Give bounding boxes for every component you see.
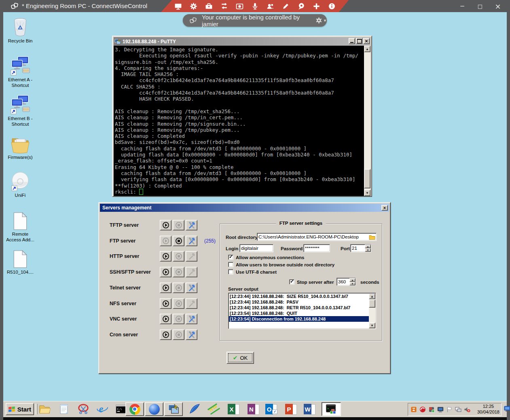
start-server-button[interactable] [160, 220, 171, 230]
list-scrollbar[interactable]: ▲ ▼ [369, 293, 375, 328]
display-tray-icon[interactable] [437, 406, 444, 413]
show-desktop-icon[interactable] [504, 405, 510, 412]
laser-pointer-balloon-icon[interactable] [297, 1, 305, 11]
desktop-icon-ethernet-b[interactable]: Ethernet B - Shortcut [3, 94, 37, 127]
spinner-down-icon[interactable]: ▼ [349, 282, 356, 285]
word-icon[interactable]: W [303, 403, 316, 416]
spinner-up-icon[interactable]: ▲ [365, 245, 371, 248]
gear-icon[interactable] [189, 1, 198, 11]
servers-terminal-taskbar-button[interactable]: >_ [322, 402, 341, 416]
screenshot-icon[interactable] [235, 1, 244, 11]
antivirus-tray-icon[interactable] [419, 406, 426, 413]
quick-launch-grip[interactable] [36, 404, 38, 414]
server-output-list[interactable]: [12:23:44] 192.168.88.248: SIZE R510_104… [228, 293, 376, 329]
scrollbar-thumb[interactable] [369, 300, 375, 308]
monitor-icon[interactable] [174, 1, 182, 11]
stop-server-button[interactable] [173, 236, 184, 246]
volume-muted-icon[interactable] [464, 406, 470, 413]
putty-minimize-button[interactable] [349, 38, 355, 44]
stop-server-button[interactable] [173, 329, 184, 340]
scroll-down-icon[interactable]: ▼ [364, 190, 370, 196]
transfer-arrows-icon[interactable] [220, 1, 229, 11]
putty-close-button[interactable]: × [363, 38, 370, 44]
start-server-button[interactable] [160, 236, 171, 246]
connectwise-session-tray-icon[interactable] [428, 406, 435, 413]
network-tray-icon[interactable] [455, 406, 461, 413]
list-item[interactable]: [12:23:44] 192.168.88.248: SIZE R510_104… [229, 293, 369, 299]
onenote-icon[interactable]: N [247, 403, 260, 416]
stop-server-button[interactable] [173, 283, 184, 293]
browse-outside-root-checkbox[interactable]: Allow users to browse outside root direc… [228, 262, 334, 267]
start-server-button[interactable] [160, 283, 171, 293]
winbox-taskbar-button[interactable] [145, 402, 163, 416]
toolbox-icon[interactable] [205, 1, 213, 11]
ok-button[interactable]: ✔ OK [226, 352, 254, 364]
notifications-flag-icon[interactable] [446, 406, 453, 413]
scroll-up-icon[interactable]: ▲ [364, 46, 370, 52]
desktop-icon-ethernet-a[interactable]: Ethernet A - Shortcut [3, 55, 37, 89]
putty-taskbar-button[interactable] [164, 402, 183, 416]
password-input[interactable] [303, 244, 330, 252]
desktop-icon-recycle-bin[interactable]: Recycle Bin [3, 16, 37, 44]
allow-anonymous-checkbox[interactable]: Allow anonymous connections [228, 255, 304, 260]
maximize-button[interactable]: □ [471, 0, 489, 12]
desktop-icon-firmwares[interactable]: Firmware(s) [3, 133, 37, 160]
notepad-icon[interactable] [57, 403, 70, 416]
microphone-icon[interactable] [251, 1, 259, 11]
list-item[interactable]: [12:23:54] Disconnection from 192.168.88… [229, 316, 369, 322]
stop-server-button[interactable] [173, 220, 184, 230]
configure-server-button[interactable] [186, 220, 197, 230]
stop-server-button[interactable] [173, 314, 184, 324]
annotate-pencil-icon[interactable] [281, 1, 290, 11]
stop-server-after-checkbox[interactable]: Stop server after [289, 279, 334, 285]
utf8-charset-checkbox[interactable]: Use UTF-8 charset [228, 269, 277, 274]
orange-utility-tray-icon[interactable] [411, 406, 417, 413]
dialog-close-button[interactable]: × [381, 205, 388, 211]
minimize-button[interactable]: − [453, 0, 471, 12]
browse-folder-icon[interactable] [369, 234, 375, 240]
desktop-icon-unifi[interactable]: UniFi [3, 171, 37, 198]
stop-server-button[interactable] [173, 298, 184, 309]
start-server-button[interactable] [160, 298, 171, 309]
scroll-down-icon[interactable]: ▼ [369, 323, 375, 328]
configure-server-button[interactable] [186, 267, 197, 277]
configure-server-button[interactable] [186, 251, 197, 262]
putty-titlebar[interactable]: 192.168.88.248 - PuTTY × [114, 37, 370, 46]
desktop-icon-r510[interactable]: R510_104.... [3, 247, 37, 275]
putty-maximize-button[interactable] [356, 38, 362, 44]
configure-server-button[interactable] [186, 314, 197, 324]
scroll-up-icon[interactable]: ▲ [369, 293, 375, 299]
info-icon[interactable] [328, 1, 336, 11]
start-server-button[interactable] [160, 329, 171, 340]
configure-server-button[interactable] [186, 298, 197, 309]
banner-gear-dropdown-icon[interactable]: ▼ [315, 17, 327, 24]
tftpd-icon[interactable]: TFTP [207, 403, 220, 416]
powerpoint-icon[interactable]: P [285, 403, 298, 416]
start-server-button[interactable] [160, 267, 171, 277]
outlook-icon[interactable]: O✓ [265, 403, 278, 416]
login-input[interactable] [239, 244, 273, 252]
root-directory-input[interactable] [257, 233, 377, 241]
list-item[interactable]: [12:23:44] 192.168.88.248: RETR R510_104… [229, 305, 369, 310]
spinner-up-icon[interactable]: ▲ [349, 278, 356, 282]
terminal[interactable]: 3. Decrypting the Image signature. Execu… [114, 46, 364, 196]
add-plus-icon[interactable] [312, 1, 321, 11]
list-item[interactable]: [12:23:54] 192.168.88.248: QUIT [229, 310, 369, 316]
file-explorer-icon[interactable] [38, 403, 51, 416]
configure-server-button[interactable] [186, 283, 197, 293]
dialog-titlebar[interactable]: Servers management [100, 204, 389, 212]
configure-server-button[interactable] [186, 329, 197, 340]
stop-server-button[interactable] [173, 251, 184, 262]
spinner-down-icon[interactable]: ▼ [365, 248, 371, 252]
guests-icon[interactable] [266, 1, 275, 11]
desktop-icon-remote-access[interactable]: Remote Access Add... [3, 209, 37, 243]
configure-server-button[interactable] [186, 236, 197, 246]
chrome-taskbar-button[interactable] [125, 402, 144, 416]
terminal-scrollbar[interactable]: ▲ ▼ [364, 46, 370, 196]
internet-explorer-icon[interactable]: e [96, 403, 109, 416]
wireshark-icon[interactable] [188, 403, 201, 416]
start-button[interactable]: Start [6, 403, 34, 415]
start-server-button[interactable] [160, 314, 171, 324]
scrollbar-thumb[interactable] [364, 169, 370, 188]
list-item[interactable]: [12:23:44] 192.168.88.248: PASV [229, 299, 369, 305]
